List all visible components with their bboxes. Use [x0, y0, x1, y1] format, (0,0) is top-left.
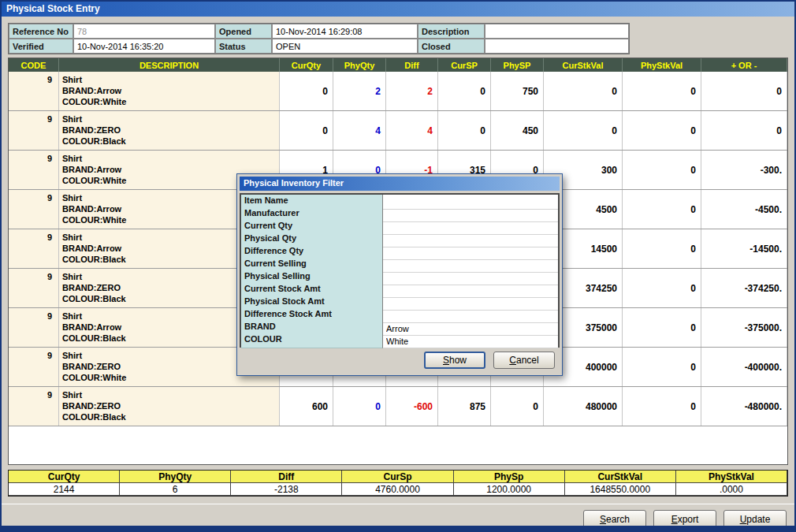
- summary-header-curstkval: CurStkVal: [565, 471, 676, 483]
- filter-row-current-selling: Current Selling: [241, 258, 558, 270]
- cell-plus-or-minus: -400000.: [701, 348, 787, 386]
- cell-physp: 0: [491, 387, 544, 426]
- table-row[interactable]: 9 Shirt BRAND:Arrow COLOUR:White 0 2 2 0…: [9, 72, 787, 111]
- update-button-label: Update: [724, 514, 786, 525]
- cell-physp: 750: [491, 72, 544, 110]
- cell-plus-or-minus: -14500.: [701, 229, 787, 268]
- cell-cursp: 0: [438, 72, 491, 110]
- cell-phystkval: 0: [623, 308, 701, 347]
- cell-code: 9: [9, 308, 59, 347]
- cell-curstkval: 0: [544, 111, 623, 150]
- opened-value: 10-Nov-2014 16:29:08: [272, 24, 418, 39]
- dialog-fields-panel: Item Name Manufacturer Current Qty Physi…: [240, 193, 560, 348]
- colour-label: COLOUR: [241, 333, 383, 348]
- cell-phystkval: 0: [623, 348, 701, 386]
- cell-phystkval: 0: [623, 72, 701, 110]
- summary-value-row: 2144 6 -2138 4760.0000 1200.0000 1648550…: [9, 483, 787, 496]
- filter-row-brand: BRAND: [241, 321, 558, 333]
- summary-header-diff: Diff: [231, 471, 342, 483]
- verified-value: 10-Nov-2014 16:35:20: [73, 39, 215, 54]
- cell-code: 9: [9, 269, 59, 307]
- cell-description: Shirt BRAND:ZERO COLOUR:Black: [59, 111, 280, 150]
- cell-phyqty[interactable]: 4: [333, 111, 386, 150]
- cell-plus-or-minus: 0: [701, 72, 787, 110]
- summary-header-phyqty: PhyQty: [120, 471, 231, 483]
- col-header-diff[interactable]: Diff: [386, 58, 438, 72]
- cell-code: 9: [9, 111, 59, 150]
- filter-row-item-name: Item Name: [241, 195, 558, 207]
- summary-header-physp: PhySp: [454, 471, 565, 483]
- header-panel: Reference No 78 Opened 10-Nov-2014 16:29…: [2, 17, 794, 58]
- dialog-titlebar[interactable]: Physical Inventory Filter: [240, 177, 560, 191]
- col-header-phystkval[interactable]: PhyStkVal: [623, 58, 701, 72]
- header-field-grid: Reference No 78 Opened 10-Nov-2014 16:29…: [8, 23, 630, 54]
- cell-code: 9: [9, 190, 59, 229]
- col-header-physp[interactable]: PhySP: [491, 58, 544, 72]
- col-header-description[interactable]: DESCRIPTION: [59, 58, 280, 72]
- summary-value-phyqty: 6: [120, 483, 231, 496]
- filter-row-manufacturer: Manufacturer: [241, 207, 558, 220]
- window-bottom-edge: [2, 526, 794, 530]
- cell-plus-or-minus: -300.: [701, 151, 787, 189]
- summary-value-physp: 1200.0000: [454, 483, 565, 496]
- description-label: Description: [418, 24, 485, 39]
- cell-plus-or-minus: 0: [701, 111, 787, 150]
- reference-no-label: Reference No: [9, 24, 73, 39]
- show-button-label: Show: [426, 355, 484, 366]
- cell-code: 9: [9, 229, 59, 268]
- filter-row-current-stock-amt: Current Stock Amt: [241, 283, 558, 296]
- verified-label: Verified: [9, 39, 73, 54]
- cell-phystkval: 0: [623, 190, 701, 229]
- cell-phyqty[interactable]: 0: [333, 387, 386, 426]
- reference-no-value: 78: [73, 24, 215, 39]
- window-titlebar[interactable]: Physical Stock Entry: [2, 2, 794, 17]
- closed-value: [485, 39, 629, 54]
- cancel-button-label: Cancel: [494, 355, 554, 366]
- physical-stock-entry-window: Physical Stock Entry Reference No 78 Ope…: [0, 0, 796, 532]
- col-header-plus-or-minus[interactable]: + OR -: [701, 58, 787, 72]
- colour-input[interactable]: [383, 336, 558, 348]
- col-header-curstkval[interactable]: CurStkVal: [544, 58, 623, 72]
- filter-row-physical-selling: Physical Selling: [241, 270, 558, 283]
- opened-label: Opened: [215, 24, 272, 39]
- cell-plus-or-minus: -374250.: [701, 269, 787, 307]
- cell-phystkval: 0: [623, 387, 701, 426]
- summary-value-curstkval: 1648550.0000: [565, 483, 676, 496]
- summary-value-phystkval: .0000: [676, 483, 787, 496]
- filter-row-current-qty: Current Qty: [241, 220, 558, 233]
- cell-phystkval: 0: [623, 229, 701, 268]
- cell-curqty: 600: [280, 387, 333, 426]
- dialog-button-row: Show Cancel: [240, 348, 560, 373]
- cell-diff: -600: [386, 387, 438, 426]
- status-label: Status: [215, 39, 272, 54]
- cell-curstkval: 480000: [544, 387, 623, 426]
- cell-plus-or-minus: -375000.: [701, 308, 787, 347]
- filter-row-difference-stock-amt: Difference Stock Amt: [241, 308, 558, 321]
- col-header-cursp[interactable]: CurSP: [438, 58, 491, 72]
- col-header-code[interactable]: CODE: [9, 58, 59, 72]
- cell-code: 9: [9, 387, 59, 426]
- physical-inventory-filter-dialog: Physical Inventory Filter Item Name Manu…: [236, 173, 563, 376]
- search-button-label: Search: [584, 514, 645, 525]
- summary-value-cursp: 4760.0000: [342, 483, 453, 496]
- filter-row-physical-qty: Physical Qty: [241, 233, 558, 245]
- summary-header-row: CurQty PhyQty Diff CurSp PhySp CurStkVal…: [9, 471, 787, 483]
- cancel-button[interactable]: Cancel: [493, 352, 555, 369]
- cell-physp: 450: [491, 111, 544, 150]
- cell-code: 9: [9, 348, 59, 386]
- cell-phyqty[interactable]: 2: [333, 72, 386, 110]
- col-header-phyqty[interactable]: PhyQty: [333, 58, 386, 72]
- cell-diff: 4: [386, 111, 438, 150]
- show-button[interactable]: Show: [424, 352, 485, 369]
- col-header-curqty[interactable]: CurQty: [280, 58, 333, 72]
- filter-row-colour: COLOUR: [241, 333, 558, 346]
- cell-plus-or-minus: -4500.: [701, 190, 787, 229]
- table-row[interactable]: 9 Shirt BRAND:ZERO COLOUR:Black 600 0 -6…: [9, 387, 787, 426]
- cell-curstkval: 0: [544, 72, 623, 110]
- dialog-title-text: Physical Inventory Filter: [244, 178, 344, 188]
- window-title: Physical Stock Entry: [6, 3, 100, 14]
- cell-cursp: 0: [438, 111, 491, 150]
- summary-totals: CurQty PhyQty Diff CurSp PhySp CurStkVal…: [8, 470, 788, 497]
- table-row[interactable]: 9 Shirt BRAND:ZERO COLOUR:Black 0 4 4 0 …: [9, 111, 787, 151]
- cell-phystkval: 0: [623, 111, 701, 150]
